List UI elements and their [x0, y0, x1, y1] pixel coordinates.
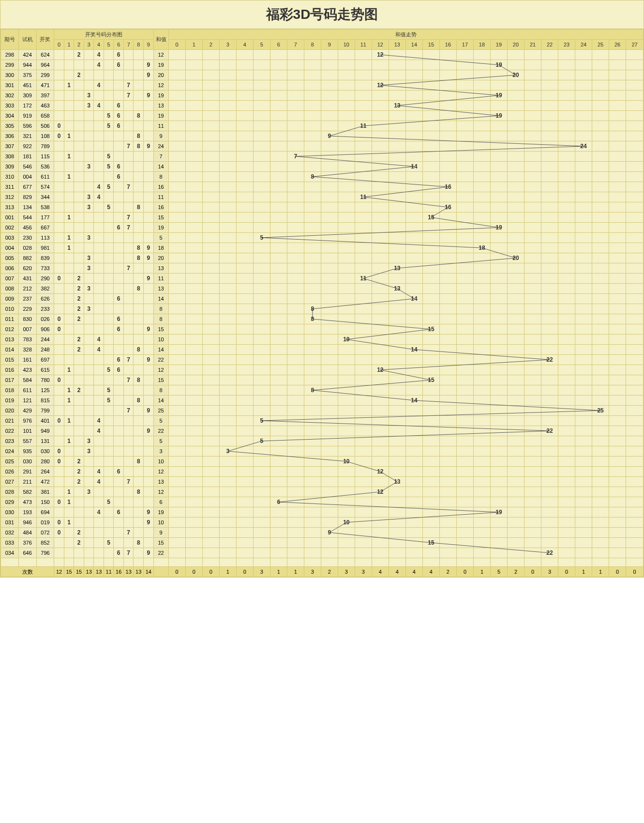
- trend-cell: [338, 80, 355, 91]
- cell-period: 302: [1, 91, 19, 101]
- trend-cell: [422, 304, 439, 314]
- num-cell-empty: [54, 223, 64, 233]
- trend-cell: [253, 131, 270, 141]
- num-cell-empty: [134, 233, 144, 243]
- trend-cell: [219, 538, 236, 548]
- num-cell: 5: [104, 396, 114, 406]
- trend-value-label: 15: [428, 377, 434, 383]
- footer-trend-count: 0: [626, 567, 644, 577]
- trend-cell: [270, 233, 287, 243]
- trend-cell: [524, 50, 541, 60]
- cell-draw: 381: [36, 487, 54, 497]
- trend-value-label: 19: [495, 509, 502, 516]
- num-cell-empty: [104, 141, 114, 152]
- num-cell: 5: [104, 202, 114, 213]
- num-cell-empty: [104, 436, 114, 446]
- trend-cell: [389, 304, 405, 314]
- num-cell-empty: [114, 243, 124, 253]
- num-cell-empty: [94, 121, 104, 131]
- cell-draw: 463: [36, 101, 54, 111]
- cell-draw: 248: [36, 345, 54, 355]
- trend-cell: [609, 213, 626, 223]
- trend-cell: [236, 172, 253, 182]
- cell-draw: 072: [36, 528, 54, 538]
- num-cell-empty: [143, 223, 153, 233]
- trend-cell: [541, 528, 558, 538]
- num-cell: 0: [54, 497, 64, 507]
- trend-cell: [541, 396, 558, 406]
- num-cell-empty: [84, 213, 94, 223]
- trend-cell: [321, 436, 338, 446]
- trend-cell: [321, 233, 338, 243]
- trend-cell: [541, 518, 558, 528]
- num-cell: 0: [54, 314, 64, 324]
- trend-cell: [507, 314, 524, 324]
- num-cell: 4: [94, 467, 104, 477]
- table-row: 30317246334613: [1, 101, 644, 111]
- trend-cell: [202, 467, 219, 477]
- trend-cell: [372, 70, 389, 80]
- trend-cell: [304, 467, 321, 477]
- trend-cell: [575, 345, 592, 355]
- trend-cell: [524, 446, 541, 457]
- trend-cell: [609, 335, 626, 345]
- trend-cell: [575, 335, 592, 345]
- trend-cell: [338, 152, 355, 162]
- trend-cell: [270, 111, 287, 121]
- trend-cell: [185, 111, 202, 121]
- trend-cell: [507, 355, 524, 365]
- cell-period: 018: [1, 385, 19, 396]
- trend-cell: [287, 60, 304, 70]
- num-cell-empty: [123, 121, 134, 131]
- trend-cell: [202, 457, 219, 467]
- trend-cell: [473, 60, 490, 70]
- trend-cell: [253, 304, 270, 314]
- trend-cell: [405, 507, 422, 518]
- trend-cell: [372, 548, 389, 558]
- trend-cell: [185, 50, 202, 60]
- num-cell: 3: [84, 436, 94, 446]
- trend-cell: [456, 355, 473, 365]
- trend-cell: [270, 243, 287, 253]
- num-cell-empty: [114, 538, 124, 548]
- num-cell-empty: [123, 538, 134, 548]
- cell-test: 291: [18, 467, 36, 477]
- num-cell-empty: [104, 80, 114, 91]
- trend-cell: [541, 213, 558, 223]
- trend-cell: [524, 457, 541, 467]
- trend-cell: [219, 233, 236, 243]
- num-cell-empty: [64, 274, 74, 284]
- trend-cell: [253, 141, 270, 152]
- trend-cell: [609, 141, 626, 152]
- trend-cell: [422, 426, 439, 436]
- num-cell-empty: [84, 406, 94, 416]
- trend-cell: [558, 457, 575, 467]
- num-cell-empty: [134, 507, 144, 518]
- num-cell-empty: [64, 284, 74, 294]
- trend-cell: [456, 446, 473, 457]
- hdr-trend-18: 18: [473, 40, 490, 50]
- num-cell: 1: [64, 487, 74, 497]
- cell-test: 484: [18, 528, 36, 538]
- trend-cell: [168, 457, 185, 467]
- trend-cell: [389, 548, 405, 558]
- num-cell-empty: [123, 60, 134, 70]
- num-cell: 0: [54, 274, 64, 284]
- trend-cell: [626, 345, 644, 355]
- cell-period: 028: [1, 487, 19, 497]
- trend-cell: [185, 324, 202, 335]
- num-cell-empty: [84, 324, 94, 335]
- num-cell-empty: [123, 426, 134, 436]
- trend-cell: [541, 375, 558, 385]
- num-cell-empty: [64, 548, 74, 558]
- trend-cell: [321, 152, 338, 162]
- trend-cell: [236, 457, 253, 467]
- num-cell-empty: [64, 406, 74, 416]
- trend-cell: [253, 335, 270, 345]
- num-cell-empty: [74, 243, 84, 253]
- sum-cell: 10: [153, 335, 168, 345]
- cell-period: 020: [1, 406, 19, 416]
- trend-cell: [456, 263, 473, 274]
- trend-cell: [490, 375, 507, 385]
- num-cell-empty: [123, 192, 134, 202]
